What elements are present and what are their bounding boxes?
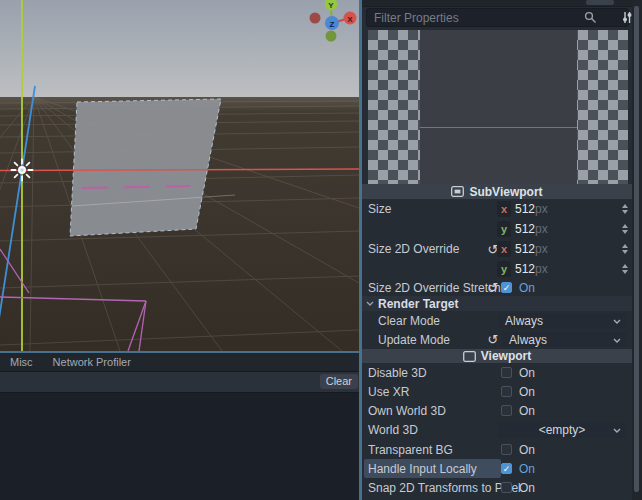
size-2d-override-x-value[interactable]: 512 (515, 239, 535, 259)
gizmo-y-label: Y (328, 1, 334, 10)
category-viewport-label: Viewport (481, 349, 531, 363)
bottom-dock-toolbar: Clear (0, 372, 359, 393)
own-world-3d-on-label[interactable]: On (519, 401, 535, 420)
property-row-size-2d-override-y: y 512 px (362, 259, 632, 279)
tab-misc[interactable]: Misc (0, 353, 43, 371)
property-row-handle-input-locally: Handle Input Locally On (362, 459, 632, 478)
handle-input-locally-on-label[interactable]: On (519, 459, 535, 478)
inspector-scrollbar[interactable] (632, 0, 642, 500)
clear-mode-value: Always (505, 314, 543, 328)
scrollbar-grabber[interactable] (634, 6, 639, 492)
clear-mode-dropdown[interactable]: Always (498, 313, 626, 328)
size-y-stepper-icon[interactable] (620, 219, 630, 239)
property-label-world-3d: World 3D (368, 420, 418, 440)
revert-icon[interactable]: ↺ (486, 330, 500, 349)
property-label-update-mode: Update Mode (378, 330, 450, 349)
property-row-size: Size x 512 px (362, 199, 632, 219)
bottom-dock-content (0, 393, 359, 500)
section-render-target[interactable]: Render Target (362, 296, 632, 311)
property-row-world-3d: World 3D <empty> (362, 420, 632, 440)
subviewport-icon (451, 186, 464, 197)
size-2d-override-stretch-checkbox[interactable] (501, 282, 512, 293)
clear-button[interactable]: Clear (320, 374, 358, 389)
property-row-use-xr: Use XR On (362, 382, 632, 401)
transparent-bg-checkbox[interactable] (501, 444, 512, 455)
property-label-disable-3d: Disable 3D (368, 363, 427, 382)
size-y-value[interactable]: 512 (515, 219, 535, 239)
category-viewport[interactable]: Viewport (362, 349, 632, 363)
property-label-snap-2d-transforms: Snap 2D Transforms to Pixel (368, 478, 521, 497)
size-2d-override-x-stepper-icon[interactable] (620, 239, 630, 259)
viewport-icon (463, 351, 476, 362)
update-mode-dropdown[interactable]: Always (502, 332, 626, 347)
size-x-stepper-icon[interactable] (620, 199, 630, 219)
property-label-stretch: Size 2D Override Stretch (368, 279, 501, 296)
size-2d-override-x-unit: px (535, 239, 548, 259)
tab-network-profiler[interactable]: Network Profiler (43, 353, 141, 371)
inspector-panel: SubViewport Size x 512 px y 512 px Size … (362, 0, 642, 500)
godot-editor-screen: Y X Z Misc Network Profiler Clear (0, 0, 642, 500)
subviewport-quad-mesh[interactable] (70, 99, 221, 236)
property-label-use-xr: Use XR (368, 382, 409, 401)
size-x-value[interactable]: 512 (515, 199, 535, 219)
axis-x-badge: x (497, 241, 511, 257)
viewport-3d[interactable]: Y X Z (0, 0, 359, 351)
bottom-dock: Misc Network Profiler Clear (0, 353, 359, 500)
size-2d-override-y-stepper-icon[interactable] (620, 259, 630, 279)
chevron-down-icon (613, 428, 621, 433)
property-label-handle-input-locally: Handle Input Locally (364, 459, 501, 478)
property-row-transparent-bg: Transparent BG On (362, 440, 632, 459)
snap-2d-transforms-on-label[interactable]: On (519, 478, 535, 497)
category-subviewport-label: SubViewport (469, 185, 542, 199)
directional-light-gizmo[interactable] (12, 160, 33, 181)
property-row-disable-3d: Disable 3D On (362, 363, 632, 382)
world-3d-value: <empty> (539, 423, 586, 437)
property-label-size: Size (368, 199, 391, 219)
property-row-size-2d-override: Size 2D Override ↺ x 512 px (362, 239, 632, 259)
disable-3d-on-label[interactable]: On (519, 363, 535, 382)
axis-y-badge: y (497, 221, 511, 237)
search-icon (584, 11, 597, 24)
own-world-3d-checkbox[interactable] (501, 405, 512, 416)
size-2d-override-y-value[interactable]: 512 (515, 259, 535, 279)
property-label-clear-mode: Clear Mode (378, 311, 440, 330)
size-y-unit: px (535, 219, 548, 239)
gizmo-neg-x-ball[interactable] (310, 13, 321, 24)
use-xr-checkbox[interactable] (501, 386, 512, 397)
subviewport-preview (368, 30, 628, 184)
property-row-update-mode: Update Mode ↺ Always (362, 330, 632, 349)
category-subviewport[interactable]: SubViewport (362, 184, 632, 199)
preview-rendered-area (420, 30, 577, 184)
viewport-3d-scene: Y X Z (0, 0, 359, 351)
transparent-bg-on-label[interactable]: On (519, 440, 535, 459)
disable-3d-checkbox[interactable] (501, 367, 512, 378)
section-render-target-label: Render Target (378, 297, 458, 311)
snap-2d-transforms-checkbox[interactable] (501, 482, 512, 493)
revert-icon[interactable]: ↺ (486, 279, 500, 296)
section-collapse-icon (366, 301, 374, 306)
axis-x-badge: x (497, 201, 511, 217)
chevron-down-icon (613, 319, 621, 324)
world-3d-picker[interactable]: <empty> (498, 422, 626, 438)
chevron-down-icon (613, 338, 621, 343)
property-row-size-y: y 512 px (362, 219, 632, 239)
gizmo-z-label: Z (330, 20, 335, 29)
property-label-transparent-bg: Transparent BG (368, 440, 453, 459)
size-x-unit: px (535, 199, 548, 219)
size-2d-override-y-unit: px (535, 259, 548, 279)
gizmo-x-label: X (347, 15, 353, 24)
size-2d-override-stretch-on-label[interactable]: On (519, 279, 535, 296)
sky (0, 0, 359, 97)
property-label-size-2d-override: Size 2D Override (368, 239, 459, 259)
handle-input-locally-checkbox[interactable] (501, 463, 512, 474)
inspector-top-strip (362, 0, 642, 7)
property-row-snap-2d-transforms: Snap 2D Transforms to Pixel On (362, 478, 632, 497)
use-xr-on-label[interactable]: On (519, 382, 535, 401)
property-row-clear-mode: Clear Mode Always (362, 311, 632, 330)
property-row-size-2d-override-stretch: Size 2D Override Stretch ↺ On (362, 279, 632, 296)
gizmo-neg-y-ball[interactable] (326, 31, 337, 42)
preview-magenta-line (420, 127, 577, 128)
bottom-dock-tabbar: Misc Network Profiler (0, 353, 359, 372)
axis-y-badge: y (497, 261, 511, 277)
property-label-own-world-3d: Own World 3D (368, 401, 446, 420)
